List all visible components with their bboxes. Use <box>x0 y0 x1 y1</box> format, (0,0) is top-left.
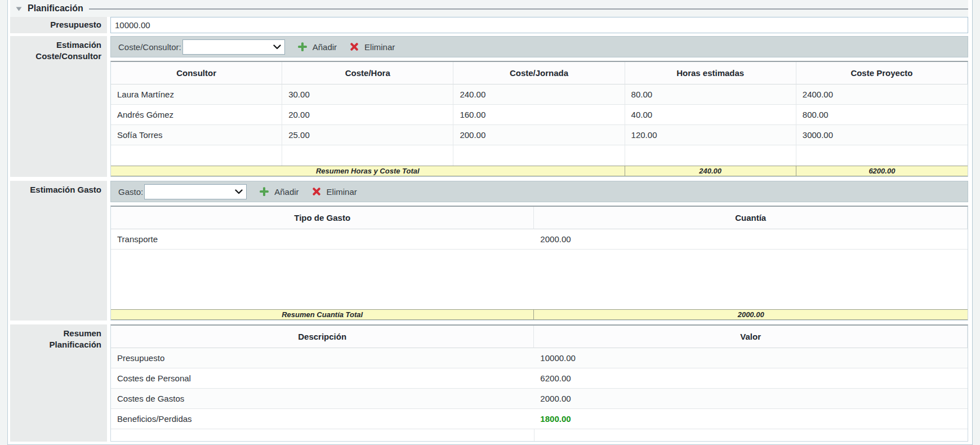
cell-coste-proyecto: 800.00 <box>796 105 968 125</box>
cell-coste-jornada: 200.00 <box>453 125 625 145</box>
remove-consultor-button[interactable]: Eliminar <box>349 42 395 52</box>
remove-consultor-label: Eliminar <box>364 42 395 52</box>
page: Planificación Presupuesto Estimación Cos… <box>0 0 980 445</box>
cell-coste-hora: 30.00 <box>282 84 453 105</box>
cell-coste-jornada: 160.00 <box>453 105 625 125</box>
table-row[interactable]: Costes de Gastos 2000.00 <box>111 389 968 409</box>
table-row[interactable]: Sofía Torres 25.00 200.00 120.00 3000.00 <box>111 125 968 145</box>
gasto-label: Estimación Gasto <box>10 181 107 321</box>
cell-coste-hora: 25.00 <box>282 125 453 145</box>
table-row[interactable]: Andrés Gómez 20.00 160.00 40.00 800.00 <box>111 105 968 125</box>
table-row[interactable]: Transporte 2000.00 <box>111 229 968 250</box>
presupuesto-label: Presupuesto <box>10 17 107 33</box>
cell-consultor: Laura Martínez <box>111 84 282 105</box>
resumen-table: Descripción Valor Presupuesto 10000.00 C… <box>110 324 968 442</box>
x-icon <box>311 186 322 197</box>
cell-valor-beneficios: 1800.00 <box>534 409 968 429</box>
add-consultor-button[interactable]: Añadir <box>297 42 337 52</box>
presupuesto-row: Presupuesto <box>10 17 968 33</box>
gasto-select-label: Gasto: <box>118 187 143 197</box>
summary-horas-total: 240.00 <box>625 166 796 176</box>
summary-cuantia-total: 2000.00 <box>534 309 968 320</box>
empty-area <box>111 250 968 309</box>
column-header: Descripción <box>111 326 534 348</box>
resumen-table-header: Descripción Valor <box>111 326 968 348</box>
empty-row <box>111 429 968 441</box>
cell-descripcion: Costes de Personal <box>111 368 534 389</box>
resumen-label: Resumen Planificación <box>10 324 107 442</box>
summary-coste-total: 6200.00 <box>796 166 968 176</box>
column-header: Consultor <box>111 62 282 84</box>
column-header: Coste Proyecto <box>796 62 968 84</box>
column-header: Coste/Jornada <box>453 62 625 84</box>
table-row[interactable]: Laura Martínez 30.00 240.00 80.00 2400.0… <box>111 84 968 105</box>
consultores-summary-row: Resumen Horas y Coste Total 240.00 6200.… <box>111 166 968 176</box>
consultores-table-header: Consultor Coste/Hora Coste/Jornada Horas… <box>111 62 968 84</box>
gastos-summary-row: Resumen Cuantía Total 2000.00 <box>111 309 968 320</box>
column-header: Horas estimadas <box>625 62 796 84</box>
x-icon <box>349 42 359 52</box>
column-header: Valor <box>534 326 968 348</box>
cell-coste-proyecto: 2400.00 <box>796 84 968 105</box>
add-consultor-label: Añadir <box>313 42 337 52</box>
legend-divider <box>89 8 968 10</box>
cell-cuantia: 2000.00 <box>534 229 968 250</box>
cell-horas-estimadas: 80.00 <box>625 84 796 105</box>
panel-legend: Planificación <box>10 0 968 17</box>
cell-valor: 2000.00 <box>534 389 968 409</box>
gasto-section: Estimación Gasto Gasto: Aña <box>10 181 968 321</box>
collapse-toggle-icon[interactable] <box>15 6 23 12</box>
gasto-select[interactable] <box>144 184 247 199</box>
resumen-section: Resumen Planificación Descripción Valor … <box>10 324 968 442</box>
remove-gasto-button[interactable]: Eliminar <box>311 186 357 197</box>
cell-coste-proyecto: 3000.00 <box>796 125 968 145</box>
cell-coste-jornada: 240.00 <box>453 84 625 105</box>
planificacion-panel: Planificación Presupuesto Estimación Cos… <box>7 0 973 445</box>
table-row[interactable]: Costes de Personal 6200.00 <box>111 368 968 389</box>
add-gasto-label: Añadir <box>274 187 299 197</box>
gasto-toolbar: Gasto: Añadir <box>110 181 968 202</box>
chevron-down-icon <box>273 44 281 50</box>
cell-horas-estimadas: 40.00 <box>625 105 796 125</box>
cell-valor: 6200.00 <box>534 368 968 389</box>
cell-descripcion: Presupuesto <box>111 348 534 368</box>
gastos-table: Tipo de Gasto Cuantía Transporte 2000.00… <box>110 206 968 321</box>
summary-label: Resumen Cuantía Total <box>111 309 534 320</box>
cell-consultor: Andrés Gómez <box>111 105 282 125</box>
cell-valor: 10000.00 <box>534 348 968 368</box>
coste-consultor-select-label: Coste/Consultor: <box>118 42 181 52</box>
consultores-table: Consultor Coste/Hora Coste/Jornada Horas… <box>110 61 968 177</box>
column-header: Cuantía <box>534 207 968 229</box>
coste-consultor-label: Estimación Coste/Consultor <box>10 36 107 177</box>
chevron-down-icon <box>235 189 243 194</box>
cell-tipo-gasto: Transporte <box>111 229 534 250</box>
panel-title: Planificación <box>28 3 83 14</box>
column-header: Tipo de Gasto <box>111 207 534 229</box>
summary-label: Resumen Horas y Coste Total <box>111 166 625 176</box>
plus-icon <box>297 42 308 52</box>
remove-gasto-label: Eliminar <box>327 187 357 197</box>
coste-consultor-select[interactable] <box>182 39 285 55</box>
gastos-table-header: Tipo de Gasto Cuantía <box>111 207 968 229</box>
presupuesto-input[interactable] <box>110 17 968 33</box>
cell-horas-estimadas: 120.00 <box>625 125 796 145</box>
coste-consultor-section: Estimación Coste/Consultor Coste/Consult… <box>10 36 968 177</box>
plus-icon <box>259 186 269 197</box>
cell-coste-hora: 20.00 <box>282 105 453 125</box>
cell-consultor: Sofía Torres <box>111 125 282 145</box>
table-row[interactable]: Beneficios/Perdidas 1800.00 <box>111 409 968 429</box>
table-row[interactable]: Presupuesto 10000.00 <box>111 348 968 368</box>
add-gasto-button[interactable]: Añadir <box>259 186 299 197</box>
cell-descripcion: Costes de Gastos <box>111 389 534 409</box>
empty-row <box>111 145 968 166</box>
coste-consultor-toolbar: Coste/Consultor: Añadir <box>110 36 968 57</box>
cell-descripcion: Beneficios/Perdidas <box>111 409 534 429</box>
column-header: Coste/Hora <box>282 62 453 84</box>
